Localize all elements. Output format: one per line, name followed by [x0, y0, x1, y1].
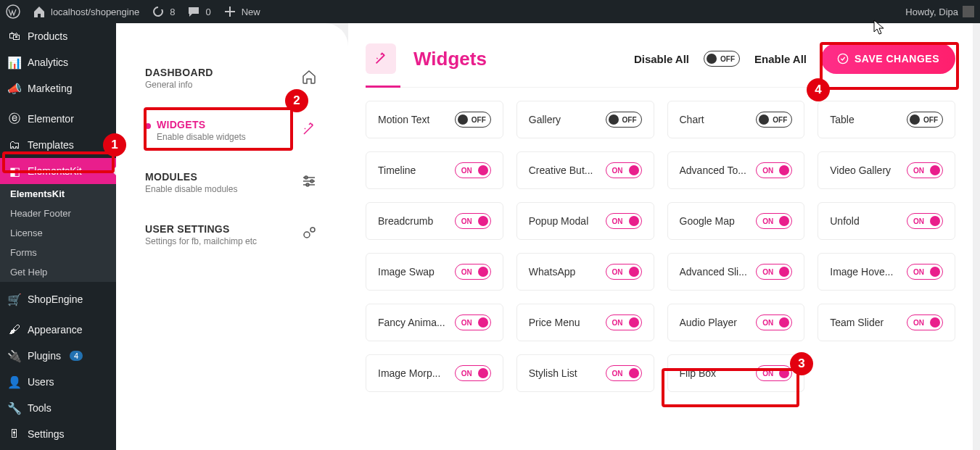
submenu-header-footer[interactable]: Header Footer	[0, 204, 116, 223]
widget-card: Fancy Anima...ON	[366, 304, 503, 341]
submenu-license[interactable]: License	[0, 223, 116, 243]
sidebar-item-label: Settings	[28, 428, 65, 440]
widget-toggle[interactable]: ON	[606, 365, 642, 381]
widget-toggle[interactable]: ON	[907, 264, 943, 280]
widget-card: Image Hove...ON	[818, 253, 955, 291]
panel-header: Widgets Disable All OFF Enable All SAVE …	[366, 43, 955, 87]
widget-toggle[interactable]: OFF	[907, 112, 943, 128]
widget-name: Gallery	[529, 114, 561, 125]
settings-tab-title: MODULES	[145, 171, 237, 183]
widget-name: Advanced To...	[680, 164, 746, 176]
site-home[interactable]: localhost/shopengine	[32, 4, 139, 19]
toggle-off-label: OFF	[720, 55, 735, 63]
save-changes-button[interactable]: SAVE CHANGES	[821, 43, 955, 74]
widgets-panel: Widgets Disable All OFF Enable All SAVE …	[348, 23, 973, 450]
disable-all-button[interactable]: Disable All	[634, 53, 689, 65]
widget-card: Advanced Sli...ON	[667, 253, 805, 291]
megaphone-icon: 📣	[7, 81, 22, 96]
sidebar-item-label: Plugins	[28, 350, 61, 362]
widget-toggle[interactable]: ON	[455, 162, 491, 178]
widget-toggle[interactable]: ON	[606, 162, 642, 178]
widget-toggle[interactable]: ON	[907, 162, 943, 178]
sidebar-item-tools[interactable]: 🔧Tools	[0, 395, 116, 421]
sidebar-item-templates[interactable]: 🗂Templates	[0, 132, 116, 158]
enable-all-button[interactable]: Enable All	[754, 53, 807, 65]
widget-name: Audio Player	[680, 317, 737, 328]
widget-card: UnfoldON	[818, 202, 955, 240]
settings-tab-modules[interactable]: MODULESEnable disable modules	[133, 157, 331, 209]
widget-toggle[interactable]: ON	[907, 213, 943, 229]
widget-card: Advanced To...ON	[667, 151, 805, 189]
widget-toggle[interactable]: ON	[756, 264, 792, 280]
toggle-on-label: ON	[612, 370, 623, 378]
toggle-on-label: ON	[612, 268, 623, 276]
sidebar-item-elementor[interactable]: ⓔElementor	[0, 106, 116, 132]
settings-tab-sub: Settings for fb, mailchimp etc	[145, 236, 257, 246]
widget-toggle[interactable]: ON	[756, 162, 792, 178]
widget-name: Timeline	[378, 164, 416, 176]
sidebar-item-appearance[interactable]: 🖌Appearance	[0, 317, 116, 343]
settings-tab-widgets[interactable]: WIDGETSEnable disable widgets	[133, 104, 331, 157]
sidebar-item-marketing[interactable]: 📣Marketing	[0, 75, 116, 101]
widget-name: Flip Box	[680, 367, 717, 379]
plus-icon	[223, 4, 237, 19]
widget-toggle[interactable]: OFF	[756, 112, 792, 128]
master-toggle[interactable]: OFF	[704, 51, 740, 67]
widget-toggle[interactable]: ON	[756, 213, 792, 229]
plug-icon: 🔌	[7, 349, 22, 363]
check-circle-icon	[837, 53, 849, 64]
submenu-forms[interactable]: Forms	[0, 243, 116, 262]
submenu-elementskit[interactable]: ElementsKit	[0, 184, 116, 204]
comment-icon	[186, 4, 201, 19]
widget-toggle[interactable]: ON	[455, 264, 491, 280]
settings-tab-title: WIDGETS	[157, 119, 246, 130]
widget-name: Google Map	[680, 215, 735, 227]
settings-tab-usersettings[interactable]: USER SETTINGSSettings for fb, mailchimp …	[133, 209, 331, 261]
wp-logo[interactable]	[6, 4, 20, 19]
sidebar-item-label: Analytics	[28, 57, 68, 68]
widget-name: Breadcrumb	[378, 215, 433, 227]
sliders-icon	[299, 171, 319, 191]
svg-point-0	[7, 5, 20, 18]
sidebar-item-label: Marketing	[28, 83, 72, 94]
sidebar-item-products[interactable]: 🛍Products	[0, 23, 116, 49]
widget-toggle[interactable]: ON	[455, 213, 491, 229]
widget-card: TimelineON	[366, 151, 503, 189]
sidebar-item-analytics[interactable]: 📊Analytics	[0, 49, 116, 75]
widget-card: Price MenuON	[516, 304, 654, 341]
widget-grid: Motion TextOFFGalleryOFFChartOFFTableOFF…	[366, 101, 955, 392]
comments-count: 0	[205, 7, 210, 17]
widget-toggle[interactable]: ON	[455, 365, 491, 381]
cursor-icon	[873, 20, 885, 36]
new-content[interactable]: New	[223, 4, 260, 19]
widget-toggle[interactable]: ON	[455, 314, 491, 330]
widget-toggle[interactable]: ON	[606, 213, 642, 229]
sidebar-item-elementskit[interactable]: ◧ElementsKit	[0, 158, 116, 184]
updates[interactable]: 8	[151, 4, 175, 19]
sidebar-item-settings[interactable]: 🎚Settings	[0, 421, 116, 447]
widget-toggle[interactable]: ON	[606, 314, 642, 330]
widget-card: Flip BoxON	[667, 354, 805, 392]
sidebar-item-shopengine[interactable]: 🛒ShopEngine	[0, 286, 116, 312]
wp-admin-sidebar: 🛍Products 📊Analytics 📣Marketing ⓔElement…	[0, 23, 116, 450]
widget-toggle[interactable]: OFF	[606, 112, 642, 128]
sidebar-submenu: ElementsKit Header Footer License Forms …	[0, 184, 116, 282]
svg-point-4	[304, 232, 310, 238]
sidebar-item-plugins[interactable]: 🔌Plugins4	[0, 343, 116, 369]
refresh-icon	[151, 4, 165, 19]
widget-toggle[interactable]: ON	[756, 365, 792, 381]
widget-toggle[interactable]: OFF	[455, 112, 491, 128]
widget-name: Chart	[680, 114, 704, 125]
toggle-on-label: ON	[913, 319, 924, 327]
account-howdy[interactable]: Howdy, Dipa	[905, 6, 974, 17]
widget-name: Image Swap	[378, 266, 435, 278]
settings-tab-sub: Enable disable modules	[145, 184, 237, 194]
widget-toggle[interactable]: ON	[606, 264, 642, 280]
submenu-get-help[interactable]: Get Help	[0, 262, 116, 282]
tab-underline	[366, 87, 955, 88]
widget-toggle[interactable]: ON	[907, 314, 943, 330]
sidebar-item-users[interactable]: 👤Users	[0, 369, 116, 395]
widget-name: WhatsApp	[529, 266, 576, 278]
comments[interactable]: 0	[186, 4, 210, 19]
widget-toggle[interactable]: ON	[756, 314, 792, 330]
